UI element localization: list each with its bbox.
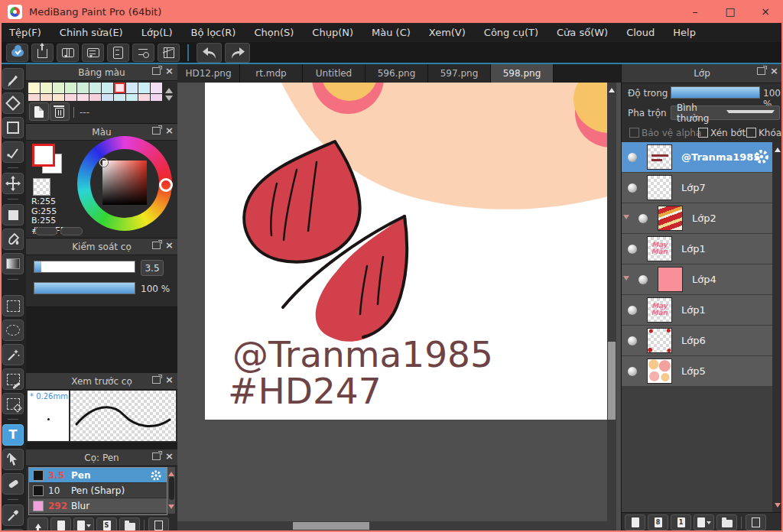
menu-help[interactable]: Help xyxy=(664,27,705,38)
popout-icon[interactable] xyxy=(152,67,161,75)
document-button[interactable] xyxy=(107,44,129,62)
brush-preview-header[interactable]: Xem trước cọ × xyxy=(26,373,177,390)
tool-gradient[interactable] xyxy=(2,253,24,274)
horizontal-scroll-thumb[interactable] xyxy=(293,522,369,530)
layer-settings-gear-icon[interactable] xyxy=(753,148,770,168)
tab-rtmdp[interactable]: rt.mdp xyxy=(240,64,303,83)
cloud-upload-button[interactable] xyxy=(6,44,28,62)
hue-cursor[interactable] xyxy=(159,178,173,192)
palette-swatch[interactable] xyxy=(138,94,150,101)
add-8bit-layer-button[interactable]: 8 xyxy=(648,514,668,530)
menu-tools[interactable]: Công cụ(T) xyxy=(475,27,547,38)
palette-swatch[interactable] xyxy=(138,83,150,93)
tab-untitled[interactable]: Untitled xyxy=(303,64,366,83)
menu-edit[interactable]: Chỉnh sửa(E) xyxy=(50,27,132,38)
palette-panel-header[interactable]: Bảng màu × xyxy=(26,64,177,81)
layer-visibility-dot[interactable] xyxy=(638,275,648,284)
brush-list-header[interactable]: Cọ: Pen × xyxy=(26,449,177,466)
duplicate-layer-button[interactable] xyxy=(746,514,766,530)
popout-icon[interactable] xyxy=(152,127,161,135)
brush-row[interactable]: 10 Pen (Sharp) xyxy=(29,483,167,498)
tool-select-rect[interactable] xyxy=(2,295,24,316)
menu-select[interactable]: Chọn(S) xyxy=(245,27,303,38)
layer-opacity-slider[interactable] xyxy=(671,86,760,99)
close-icon[interactable]: × xyxy=(165,67,174,75)
layer-visibility-dot[interactable] xyxy=(628,183,637,193)
comment-grid-button[interactable] xyxy=(57,44,79,62)
layer-row-selected[interactable]: @Tranma1985 xyxy=(622,142,772,172)
layer-row[interactable]: Lớp6 xyxy=(622,326,772,355)
tool-polyline-pen[interactable] xyxy=(2,141,24,163)
tool-text[interactable]: T xyxy=(2,424,24,446)
close-icon[interactable]: × xyxy=(165,453,174,460)
tab-597[interactable]: 597.png xyxy=(428,64,491,83)
palette-scroll-spinner[interactable] xyxy=(165,84,173,105)
brush-list-scrollbar[interactable] xyxy=(167,467,175,514)
close-icon[interactable]: × xyxy=(165,127,174,135)
close-button[interactable]: × xyxy=(748,0,783,23)
palette-swatch-selected[interactable] xyxy=(114,83,125,93)
menu-color[interactable]: Màu (C) xyxy=(362,27,420,38)
undo-button[interactable] xyxy=(197,43,222,63)
palette-swatch[interactable] xyxy=(53,94,64,101)
saturation-cursor[interactable] xyxy=(99,158,108,167)
palette-swatch[interactable] xyxy=(65,94,76,101)
minimize-button[interactable]: – xyxy=(677,0,713,23)
palette-swatch[interactable] xyxy=(102,83,113,93)
tool-operation[interactable] xyxy=(2,449,24,470)
blend-mode-dropdown[interactable]: Bình thường xyxy=(671,105,780,120)
drawing-canvas[interactable]: @Tranma1985 #HD247 xyxy=(205,83,608,420)
saturation-square[interactable] xyxy=(102,161,147,205)
palette-swatch[interactable] xyxy=(28,83,40,93)
layer-folder-button[interactable] xyxy=(716,514,737,530)
menu-layer[interactable]: Lớp(L) xyxy=(132,27,182,38)
menu-filter[interactable]: Bộ lọc(R) xyxy=(182,27,245,38)
layer-visibility-dot[interactable] xyxy=(628,306,637,315)
history-button[interactable] xyxy=(132,44,154,62)
close-icon[interactable]: × xyxy=(770,67,778,75)
menu-snap[interactable]: Chụp(N) xyxy=(303,27,362,38)
foreground-color-swatch[interactable] xyxy=(32,144,55,167)
palette-swatch[interactable] xyxy=(102,94,113,101)
menu-cloud[interactable]: Cloud xyxy=(617,27,664,38)
menu-view[interactable]: Xem(V) xyxy=(420,27,475,38)
comment-list-button[interactable] xyxy=(82,44,104,62)
layer-visibility-dot[interactable] xyxy=(628,336,637,345)
popout-icon[interactable] xyxy=(152,376,161,384)
palette-swatch[interactable] xyxy=(28,94,40,101)
tool-shape-rect[interactable] xyxy=(2,117,24,138)
palette-swatch[interactable] xyxy=(77,94,89,101)
color-mode-button-1[interactable] xyxy=(35,227,57,235)
tab-596[interactable]: 596.png xyxy=(366,64,428,83)
palette-swatch[interactable] xyxy=(126,94,138,101)
brush-row-selected[interactable]: 3.5 Pen xyxy=(29,468,167,483)
transparent-color-swatch[interactable] xyxy=(33,178,50,196)
layer-row-clipped[interactable]: Lớp4 xyxy=(622,264,772,294)
brush-row[interactable]: 292 Blur xyxy=(29,498,167,514)
layer-row-clipped[interactable]: Lớp2 xyxy=(622,203,772,233)
palette-delete-button[interactable] xyxy=(50,102,70,121)
tool-stylus-eraser[interactable] xyxy=(2,473,24,495)
canvas-vertical-scrollbar[interactable] xyxy=(607,83,616,521)
add-layer-menu-button[interactable] xyxy=(694,514,714,530)
layer-visibility-dot[interactable] xyxy=(628,153,637,162)
palette-swatch[interactable] xyxy=(77,83,89,93)
brush-settings-gear-icon[interactable] xyxy=(150,469,162,485)
export-button[interactable] xyxy=(31,44,54,62)
close-icon[interactable]: × xyxy=(165,376,174,384)
alpha-lock-checkbox[interactable] xyxy=(629,128,639,138)
tool-select-eraser[interactable] xyxy=(2,393,24,414)
layers-panel-header[interactable]: Lớp × xyxy=(622,64,782,83)
palette-swatch[interactable] xyxy=(41,83,52,93)
redo-button[interactable] xyxy=(225,43,250,63)
tool-magic-wand[interactable] xyxy=(2,344,24,365)
palette-swatch[interactable] xyxy=(89,94,101,101)
color-panel-header[interactable]: Màu × xyxy=(26,124,177,141)
tool-eyedropper[interactable] xyxy=(2,504,24,526)
menu-file[interactable]: Tệp(F) xyxy=(0,27,50,38)
tab-598-active[interactable]: 598.png xyxy=(491,64,554,83)
palette-add-button[interactable] xyxy=(29,102,49,121)
brush-opacity-slider[interactable] xyxy=(34,282,135,294)
layer-visibility-dot[interactable] xyxy=(628,367,637,376)
tool-brush[interactable] xyxy=(2,68,24,89)
